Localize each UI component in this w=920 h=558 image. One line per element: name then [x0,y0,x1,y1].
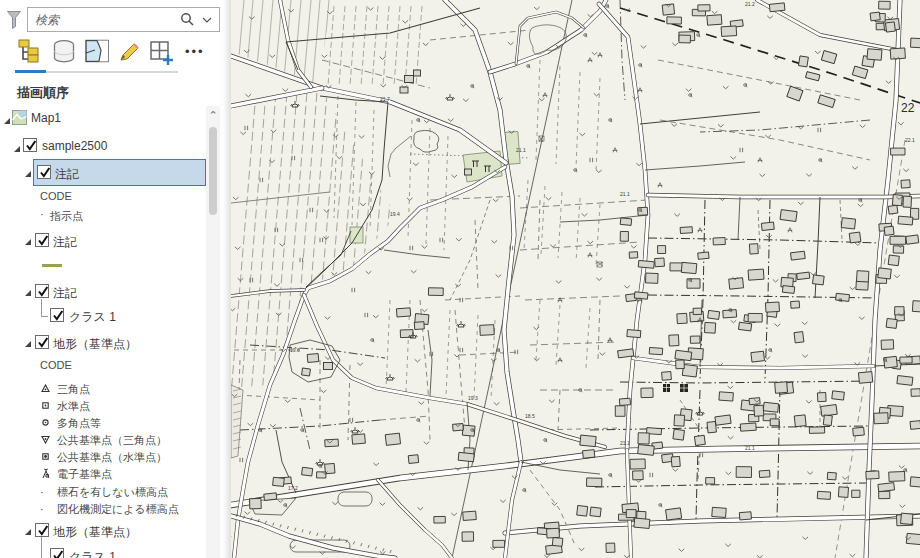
svg-text:21.7: 21.7 [380,96,390,102]
svg-text:19.4: 19.4 [390,211,400,217]
svg-text:21.2: 21.2 [745,1,755,7]
svg-text:21.1: 21.1 [620,440,630,446]
svg-text:22: 22 [901,101,915,115]
svg-text:21.1: 21.1 [745,445,755,451]
svg-text:19.6: 19.6 [290,347,300,353]
svg-text:22.1: 22.1 [905,137,915,143]
svg-text:21.1: 21.1 [620,191,630,197]
svg-text:18.5: 18.5 [525,413,535,419]
svg-text:19.3: 19.3 [468,395,478,401]
svg-text:17.2: 17.2 [288,485,298,491]
svg-text:21.1: 21.1 [516,147,526,153]
